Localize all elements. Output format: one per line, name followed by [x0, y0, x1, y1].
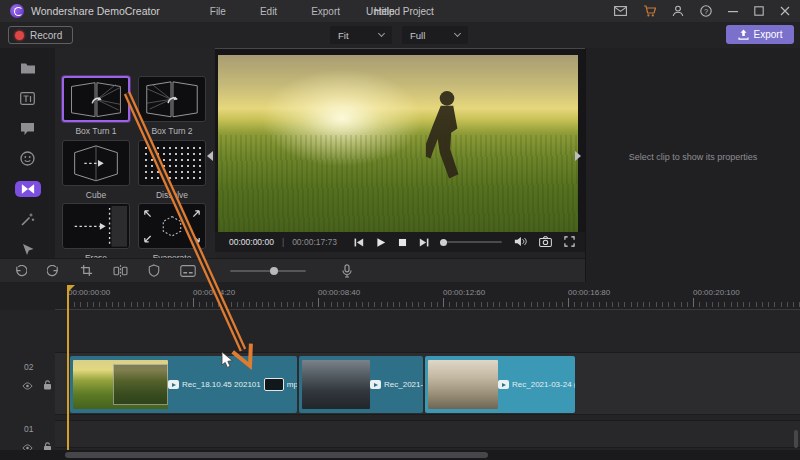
transition-tile-box-turn-1[interactable] [62, 76, 130, 122]
timeline-clip-3[interactable]: Rec_2021-03-24 ( [425, 356, 575, 413]
sidebar-item-media[interactable] [15, 60, 41, 76]
transitions-panel: Box Turn 1 Box Turn 2 Cube Dissolve [55, 48, 215, 258]
play-button[interactable] [375, 237, 386, 248]
properties-placeholder: Select clip to show its properties [586, 152, 800, 162]
cube-glyph-icon [63, 141, 129, 186]
track-visibility-eye-icon[interactable] [22, 376, 33, 394]
volume-icon[interactable] [514, 236, 527, 249]
chevron-down-icon [454, 30, 461, 37]
account-icon[interactable] [672, 5, 684, 17]
transition-tile-box-turn-2[interactable] [138, 76, 206, 122]
transition-tile-erase[interactable] [62, 203, 130, 249]
caption-button[interactable] [180, 265, 196, 277]
democreator-window: Wondershare DemoCreator File Edit Export… [0, 0, 800, 460]
track-id: 02 [24, 362, 55, 372]
minimize-icon[interactable] [728, 6, 738, 16]
title-bar: Wondershare DemoCreator File Edit Export… [0, 0, 800, 22]
split-button[interactable] [113, 265, 128, 277]
playback-controls: 00:00:00:00 | 00:00:17:73 [215, 232, 585, 252]
close-icon[interactable] [780, 6, 790, 16]
transition-tile-cube[interactable] [62, 140, 130, 186]
box-turn-glyph-icon [139, 77, 205, 122]
track-lock-icon[interactable] [43, 376, 52, 394]
ruler-timestamp: 00:00:08:40 [318, 288, 360, 297]
playhead[interactable] [67, 285, 69, 450]
menu-export[interactable]: Export [311, 6, 340, 17]
microphone-button[interactable] [342, 264, 352, 278]
play-badge-icon [370, 380, 381, 389]
track-header-02: 02 [0, 362, 55, 394]
menu-help[interactable]: Help [374, 6, 395, 17]
sticker-icon [20, 151, 35, 166]
timeline-area: 00:00:00:00 00:00:04:20 00:00:08:40 00:0… [0, 282, 800, 460]
preview-panel: 00:00:00:00 | 00:00:17:73 [215, 48, 585, 252]
grass-texture [218, 135, 578, 233]
menu-edit[interactable]: Edit [260, 6, 277, 17]
clip-name-ext: mp4 [287, 380, 297, 389]
stop-button[interactable] [397, 237, 408, 248]
cart-icon[interactable] [643, 5, 656, 17]
ruler-timestamp: 00:00:16:80 [568, 288, 610, 297]
export-button[interactable]: Export [726, 25, 794, 44]
app-name: Wondershare DemoCreator [31, 5, 160, 17]
text-icon [20, 92, 35, 105]
erase-glyph-icon [63, 204, 129, 249]
mail-icon[interactable] [614, 6, 627, 16]
zoom-slider-handle[interactable] [270, 267, 278, 275]
clip-name: Rec_2021-03-2( [384, 380, 423, 389]
denoise-shield-button[interactable] [148, 264, 160, 277]
transition-label: Dissolve [136, 190, 208, 200]
magic-wand-icon [20, 212, 35, 227]
timeline-toolbar [0, 258, 585, 282]
record-button[interactable]: Record [8, 26, 73, 44]
sidebar-item-transitions[interactable] [15, 181, 41, 197]
timeline-clip-1[interactable]: Rec_18.10.45 202101 mp4 [70, 356, 297, 413]
cursor-effects-icon [22, 243, 34, 256]
playhead-flag-icon [68, 285, 75, 292]
preview-seek-bar[interactable] [440, 241, 502, 243]
collapse-right-panel-icon[interactable] [575, 151, 581, 161]
fullscreen-icon[interactable] [564, 236, 575, 249]
transition-label: Box Turn 1 [60, 126, 132, 136]
sidebar-item-text[interactable] [15, 90, 41, 106]
ruler-timestamp: 00:00:20:100 [693, 288, 740, 297]
sidebar-item-cursor[interactable] [15, 242, 41, 258]
transition-tile-evaporate[interactable] [138, 203, 206, 249]
sidebar-item-stickers[interactable] [15, 151, 41, 167]
timeline-zoom-slider[interactable] [230, 270, 306, 272]
box-turn-glyph-icon [64, 78, 128, 121]
dissolve-dots-icon [143, 145, 201, 181]
svg-text:?: ? [704, 7, 708, 16]
menu-file[interactable]: File [210, 6, 226, 17]
clip-thumbnail [302, 360, 370, 409]
help-icon[interactable]: ? [700, 5, 712, 17]
chevron-down-icon [378, 30, 385, 37]
resolution-dropdown[interactable]: Full [402, 26, 468, 44]
transition-tile-dissolve[interactable] [138, 140, 206, 186]
next-frame-button[interactable] [419, 237, 430, 248]
maximize-icon[interactable] [754, 6, 764, 16]
vertical-scrollbar-thumb[interactable] [794, 430, 798, 448]
action-bar: Record Fit Full Export [0, 22, 800, 48]
transition-drop-zone [113, 364, 168, 405]
clip-thumbnail [73, 360, 168, 409]
collapse-left-panel-icon[interactable] [207, 151, 213, 161]
crop-button[interactable] [80, 264, 93, 277]
timeline-ruler[interactable]: 00:00:00:00 00:00:04:20 00:00:08:40 00:0… [55, 282, 800, 310]
redo-button[interactable] [47, 265, 60, 277]
ruler-timestamp: 00:00:04:20 [193, 288, 235, 297]
seek-handle[interactable] [440, 239, 447, 246]
clip-thumbnail [428, 360, 498, 409]
timeline-clip-2[interactable]: Rec_2021-03-2( [299, 356, 423, 413]
video-preview [218, 55, 578, 233]
folder-icon [20, 62, 36, 75]
transition-label: Box Turn 2 [136, 126, 208, 136]
upload-icon [738, 29, 749, 40]
previous-frame-button[interactable] [353, 237, 364, 248]
snapshot-camera-icon[interactable] [539, 236, 552, 249]
horizontal-scrollbar-thumb[interactable] [65, 452, 488, 458]
sidebar-item-effects[interactable] [15, 211, 41, 227]
fit-dropdown[interactable]: Fit [330, 26, 392, 44]
undo-button[interactable] [14, 265, 27, 277]
sidebar-item-captions[interactable] [15, 121, 41, 137]
